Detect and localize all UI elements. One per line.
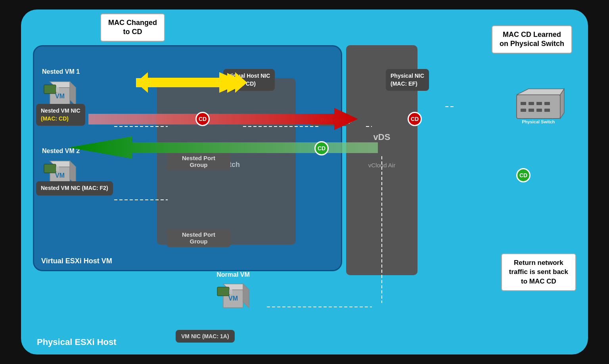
nested-vm1-nic-text: Nested VM NIC(MAC: CD) xyxy=(41,107,80,122)
yellow-bidir-arrow xyxy=(136,72,247,94)
normal-vm-svg: VM xyxy=(215,280,251,312)
svg-rect-17 xyxy=(44,164,56,173)
nested-vm1-group: Nested VM 1 VM xyxy=(42,68,80,109)
cd-badge-red-1-text: CD xyxy=(199,116,207,122)
green-return-arrow xyxy=(69,136,378,160)
svg-rect-25 xyxy=(544,102,550,105)
svg-text:VM: VM xyxy=(228,295,238,302)
svg-marker-20 xyxy=(517,89,564,95)
virtual-esxi-label: Virtual ESXi Host VM xyxy=(41,257,112,265)
svg-rect-35 xyxy=(217,287,229,296)
svg-rect-28 xyxy=(536,109,542,112)
physical-switch-svg: Physical Switch xyxy=(515,87,570,126)
mac-cd-line2: on Physical Switch xyxy=(500,40,564,48)
svg-rect-23 xyxy=(529,102,534,105)
svg-marker-33 xyxy=(243,284,249,308)
return-line1: Return network xyxy=(514,259,563,266)
cd-badge-green-1-text: CD xyxy=(318,145,326,151)
svg-rect-22 xyxy=(521,102,526,105)
svg-rect-27 xyxy=(529,109,534,112)
return-traffic-tooltip: Return network traffic is sent back to M… xyxy=(501,253,576,291)
return-line2: traffic is sent back xyxy=(509,268,568,276)
vm-nic-label: VM NIC (MAC: 1A) xyxy=(176,330,235,343)
nested-vm1-nic-label: Nested VM NIC(MAC: CD) xyxy=(36,104,85,126)
svg-rect-29 xyxy=(544,109,550,112)
svg-marker-9 xyxy=(70,82,76,105)
svg-rect-12 xyxy=(56,87,59,92)
svg-rect-18 xyxy=(56,167,59,171)
svg-rect-26 xyxy=(521,109,526,112)
nested-vm2-nic-label: Nested VM NIC (MAC: F2) xyxy=(36,181,113,195)
physical-nic-label: Physical NIC(MAC: EF) xyxy=(386,69,429,91)
nested-port-group-2: Nested Port Group xyxy=(167,229,230,247)
physical-switch: Physical Switch xyxy=(515,87,566,123)
cd-badge-green-1: CD xyxy=(314,141,329,155)
svg-rect-11 xyxy=(44,85,56,94)
main-diagram-container: MAC Changed to CD MAC CD Learned on Phys… xyxy=(21,10,588,354)
svg-text:VM: VM xyxy=(55,93,65,100)
nested-port-group-2-label: Nested Port Group xyxy=(182,231,215,245)
normal-vm-label: Normal VM xyxy=(215,271,251,278)
svg-rect-24 xyxy=(536,102,542,105)
svg-marker-38 xyxy=(69,136,378,159)
svg-rect-19 xyxy=(517,95,560,119)
svg-marker-37 xyxy=(88,108,358,130)
svg-rect-36 xyxy=(229,289,232,294)
cd-badge-green-2-text: CD xyxy=(519,172,527,178)
return-line3: to MAC CD xyxy=(521,278,556,285)
vm-nic-text: VM NIC (MAC: 1A) xyxy=(181,333,229,339)
cd-badge-red-1: CD xyxy=(195,112,210,126)
mac-cd-learned-tooltip: MAC CD Learned on Physical Switch xyxy=(492,25,572,54)
nested-vm1-label: Nested VM 1 xyxy=(42,68,80,75)
cd-badge-red-2: CD xyxy=(408,112,422,126)
mac-changed-line1: MAC Changed xyxy=(108,19,157,27)
cd-badge-green-2: CD xyxy=(516,168,530,182)
svg-text:Physical Switch: Physical Switch xyxy=(522,119,555,124)
vds-sublabel: vCloud Air xyxy=(368,161,395,168)
cd-badge-red-2-text: CD xyxy=(411,116,419,122)
physical-nic-text: Physical NIC(MAC: EF) xyxy=(391,73,424,87)
nested-vm2-nic-text: Nested VM NIC (MAC: F2) xyxy=(41,185,108,191)
mac-changed-line2: to CD xyxy=(123,28,142,36)
normal-vm-group: Normal VM VM xyxy=(215,271,251,313)
physical-esxi-label: Physical ESXi Host xyxy=(37,337,117,347)
mac-changed-tooltip: MAC Changed to CD xyxy=(100,13,165,42)
mac-cd-line1: MAC CD Learned xyxy=(503,31,561,38)
svg-text:VM: VM xyxy=(55,172,65,179)
red-forward-arrow xyxy=(88,108,358,132)
